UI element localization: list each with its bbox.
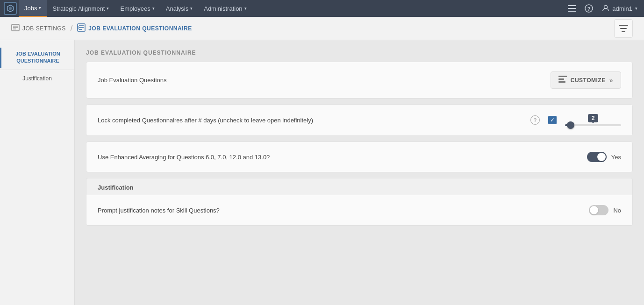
nav-analysis[interactable]: Analysis ▾ — [160, 0, 198, 17]
averaging-toggle-knob — [597, 153, 606, 161]
card-row-jeq: Job Evaluation Questions CUSTOMIZE » — [86, 62, 632, 98]
svg-rect-19 — [558, 81, 565, 83]
breadcrumb-separator: / — [71, 24, 72, 33]
lock-controls: ? 2 — [530, 114, 621, 126]
card-row-averaging: Use Enhanced Averaging for Questions 6.0… — [86, 142, 632, 172]
justification-label: Prompt justification notes for Skill Que… — [98, 207, 589, 214]
svg-rect-18 — [558, 78, 564, 80]
sidebar-item-jeq[interactable]: JOB EVALUATION QUESTIONNAIRE — [0, 48, 74, 68]
jeq-label: Job Evaluation Questions — [98, 77, 551, 84]
nav-administration[interactable]: Administration ▾ — [198, 0, 252, 17]
lock-slider-wrap: 2 — [565, 114, 621, 126]
slider-thumb[interactable] — [567, 121, 574, 129]
analysis-chevron-icon: ▾ — [190, 6, 193, 11]
card-row-justification: Prompt justification notes for Skill Que… — [86, 195, 632, 225]
lock-label: Lock completed Questionnaires after # da… — [98, 117, 530, 124]
user-chevron-icon: ▾ — [635, 6, 637, 11]
topnav-right-controls: ? admin1 ▾ — [565, 2, 640, 15]
lock-slider[interactable] — [565, 124, 621, 126]
lock-checkbox[interactable] — [548, 116, 557, 124]
justification-section: Justification Prompt justification notes… — [86, 178, 633, 226]
svg-marker-1 — [9, 7, 12, 10]
svg-rect-3 — [568, 8, 576, 9]
svg-text:?: ? — [587, 6, 591, 12]
averaging-label: Use Enhanced Averaging for Questions 6.0… — [98, 154, 587, 161]
justification-header: Justification — [86, 178, 633, 195]
main-content: JOB EVALUATION QUESTIONNAIRE Job Evaluat… — [75, 40, 644, 305]
justification-controls: No — [589, 205, 621, 215]
nav-jobs[interactable]: Jobs ▾ — [19, 0, 47, 17]
averaging-controls: Yes — [587, 152, 621, 162]
lock-checkbox-wrap — [547, 115, 558, 125]
breadcrumb-current: JOB EVALUATION QUESTIONNAIRE — [77, 23, 192, 34]
job-settings-icon — [11, 23, 20, 34]
nav-strategic-alignment[interactable]: Strategic Alignment ▾ — [47, 0, 114, 17]
justification-toggle[interactable] — [589, 205, 608, 215]
top-navigation: Jobs ▾ Strategic Alignment ▾ Employees ▾… — [0, 0, 644, 17]
sidebar-divider — [0, 70, 74, 70]
enhanced-averaging-card: Use Enhanced Averaging for Questions 6.0… — [86, 142, 633, 172]
breadcrumb-bar: JOB SETTINGS / JOB EVALUATION QUESTIONNA… — [0, 17, 644, 40]
card-row-lock: Lock completed Questionnaires after # da… — [86, 105, 632, 135]
sidebar-item-justification[interactable]: Justification — [0, 72, 74, 85]
jobs-chevron-icon: ▾ — [39, 6, 41, 10]
filter-button[interactable] — [614, 19, 633, 38]
justification-toggle-knob — [590, 206, 598, 214]
main-layout: JOB EVALUATION QUESTIONNAIRE Justificati… — [0, 40, 644, 305]
lock-questionnaires-card: Lock completed Questionnaires after # da… — [86, 104, 633, 136]
averaging-toggle-label: Yes — [611, 154, 621, 161]
administration-chevron-icon: ▾ — [244, 6, 247, 11]
user-avatar-icon — [602, 4, 609, 13]
questionnaire-icon — [77, 23, 86, 34]
app-logo[interactable] — [4, 2, 17, 15]
justification-toggle-label: No — [613, 207, 621, 214]
slider-tooltip: 2 — [588, 114, 599, 122]
svg-rect-17 — [558, 76, 567, 77]
strategic-alignment-chevron-icon: ▾ — [107, 6, 109, 11]
job-eval-questions-card: Job Evaluation Questions CUSTOMIZE » — [86, 62, 633, 99]
customize-button[interactable]: CUSTOMIZE » — [551, 71, 621, 89]
justification-card: Prompt justification notes for Skill Que… — [86, 195, 633, 226]
user-menu-button[interactable]: admin1 ▾ — [599, 2, 640, 15]
help-circle-icon[interactable]: ? — [582, 2, 595, 15]
customize-chevrons-icon: » — [609, 77, 613, 84]
nav-employees[interactable]: Employees ▾ — [114, 0, 160, 17]
justification-toggle-wrap: No — [589, 205, 621, 215]
sidebar: JOB EVALUATION QUESTIONNAIRE Justificati… — [0, 40, 75, 305]
menu-lines-icon[interactable] — [565, 2, 579, 15]
breadcrumb-parent[interactable]: JOB SETTINGS — [11, 23, 66, 34]
svg-rect-4 — [568, 11, 576, 12]
svg-rect-2 — [568, 5, 576, 6]
averaging-toggle-wrap: Yes — [587, 152, 621, 162]
section-title: JOB EVALUATION QUESTIONNAIRE — [86, 50, 633, 56]
jeq-controls: CUSTOMIZE » — [551, 71, 621, 89]
employees-chevron-icon: ▾ — [152, 6, 155, 11]
lock-help-icon[interactable]: ? — [530, 115, 540, 125]
list-customize-icon — [558, 76, 567, 85]
averaging-toggle[interactable] — [587, 152, 607, 162]
